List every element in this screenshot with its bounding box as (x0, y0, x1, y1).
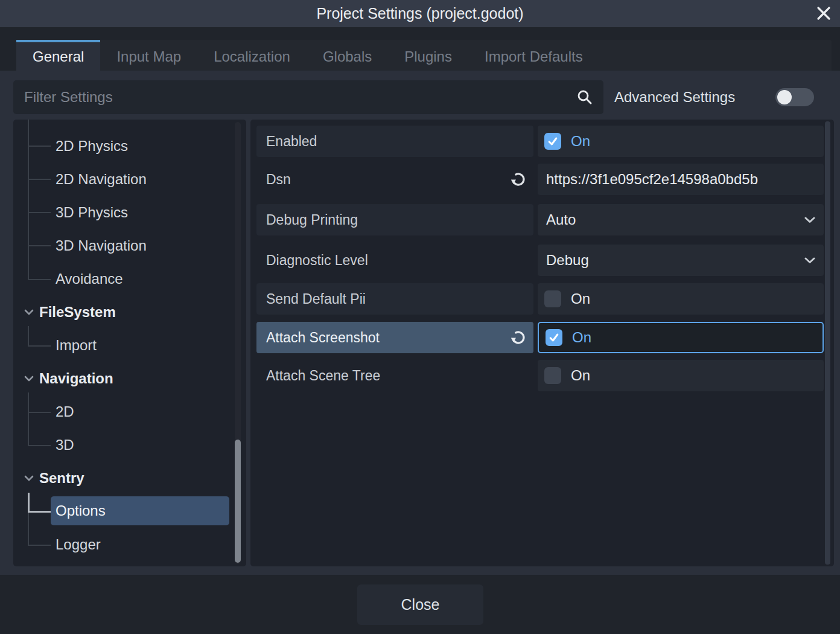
attach-scene-tree-checkbox[interactable] (544, 367, 561, 384)
tree-item-navigation[interactable]: Navigation (24, 364, 113, 393)
check-icon (547, 135, 559, 147)
tree-guide (28, 179, 51, 180)
tree-item-3d-physics[interactable]: 3D Physics (56, 198, 128, 227)
search-placeholder: Filter Settings (24, 89, 576, 106)
tree-scrollbar-thumb[interactable] (235, 440, 241, 563)
tree-item-3d[interactable]: 3D (56, 431, 74, 459)
tree-guide (28, 146, 51, 147)
search-input[interactable]: Filter Settings (13, 80, 603, 114)
send-default-pii-checkbox[interactable] (544, 290, 561, 307)
debug-printing-dropdown[interactable]: Auto (538, 204, 824, 235)
tree-guide (28, 279, 51, 280)
tree-guide (28, 326, 29, 347)
revert-icon[interactable] (511, 330, 526, 345)
tree-item-3d-navigation[interactable]: 3D Navigation (56, 231, 147, 260)
tree-item-2d[interactable]: 2D (56, 397, 74, 426)
title-bar: Project Settings (project.godot) (0, 0, 840, 27)
settings-tree: 2D Physics 2D Navigation 3D Physics 3D N… (13, 120, 246, 566)
search-icon (576, 88, 594, 106)
setting-label-enabled: Enabled (256, 126, 533, 157)
setting-value-attach-scene-tree: On (538, 360, 824, 391)
setting-label-attach-scene-tree: Attach Scene Tree (256, 360, 533, 391)
advanced-settings-toggle[interactable] (775, 88, 814, 106)
tree-item-2d-navigation[interactable]: 2D Navigation (56, 165, 147, 194)
check-icon (548, 331, 560, 344)
tree-item-import[interactable]: Import (56, 331, 97, 360)
tree-guide (28, 513, 29, 546)
chevron-down-icon (804, 257, 815, 264)
tab-general[interactable]: General (16, 40, 100, 71)
tree-guide (28, 345, 51, 347)
tab-input-map[interactable]: Input Map (100, 40, 197, 71)
tree-guide (28, 245, 51, 246)
chevron-down-icon[interactable] (24, 309, 34, 315)
settings-panel: Enabled On Dsn https://3f1e095cf2e14598a… (250, 120, 834, 566)
setting-label-diagnostic-level: Diagnostic Level (256, 245, 533, 276)
diagnostic-level-dropdown[interactable]: Debug (538, 245, 824, 276)
tree-item-options[interactable]: Options (56, 496, 106, 525)
tree-item-sentry[interactable]: Sentry (24, 464, 84, 493)
setting-label-debug-printing: Debug Printing (256, 204, 533, 235)
settings-scrollbar-track[interactable] (825, 121, 830, 565)
dsn-input[interactable]: https://3f1e095cf2e14598a0bd5b (538, 164, 824, 195)
revert-icon[interactable] (511, 171, 526, 187)
setting-value-send-default-pii: On (538, 283, 824, 315)
chevron-down-icon[interactable] (24, 376, 34, 382)
close-button[interactable]: Close (357, 584, 483, 625)
tree-guide (28, 545, 51, 546)
toggle-knob (777, 90, 792, 104)
tree-guide-selected (28, 493, 30, 513)
tree-guide (28, 445, 51, 446)
chevron-down-icon[interactable] (24, 475, 34, 481)
tree-item-filesystem[interactable]: FileSystem (24, 298, 116, 327)
tab-plugins[interactable]: Plugins (388, 40, 468, 71)
tree-item-avoidance[interactable]: Avoidance (56, 264, 123, 293)
tab-localization[interactable]: Localization (197, 40, 307, 71)
tree-guide (28, 120, 29, 280)
tree-item-logger[interactable]: Logger (56, 530, 101, 559)
setting-label-send-default-pii: Send Default Pii (256, 283, 533, 315)
close-icon[interactable] (816, 5, 832, 21)
advanced-settings-label: Advanced Settings (614, 80, 735, 114)
dialog-title: Project Settings (project.godot) (316, 5, 523, 22)
tree-guide (28, 412, 51, 413)
attach-screenshot-checkbox[interactable] (546, 329, 562, 346)
tree-item-2d-physics[interactable]: 2D Physics (56, 132, 128, 161)
setting-value-enabled: On (538, 126, 824, 157)
tab-import-defaults[interactable]: Import Defaults (468, 40, 599, 71)
enabled-checkbox[interactable] (544, 133, 561, 150)
setting-label-dsn: Dsn (256, 164, 533, 195)
setting-value-attach-screenshot: On (538, 322, 824, 353)
setting-label-attach-screenshot[interactable]: Attach Screenshot (256, 322, 533, 353)
tree-guide-selected (28, 511, 51, 513)
tree-guide (28, 212, 51, 213)
tab-globals[interactable]: Globals (307, 40, 388, 71)
tree-guide (28, 392, 29, 446)
chevron-down-icon (804, 217, 815, 223)
tab-bar: General Input Map Localization Globals P… (16, 40, 599, 71)
project-settings-dialog: Project Settings (project.godot) General… (0, 0, 840, 634)
